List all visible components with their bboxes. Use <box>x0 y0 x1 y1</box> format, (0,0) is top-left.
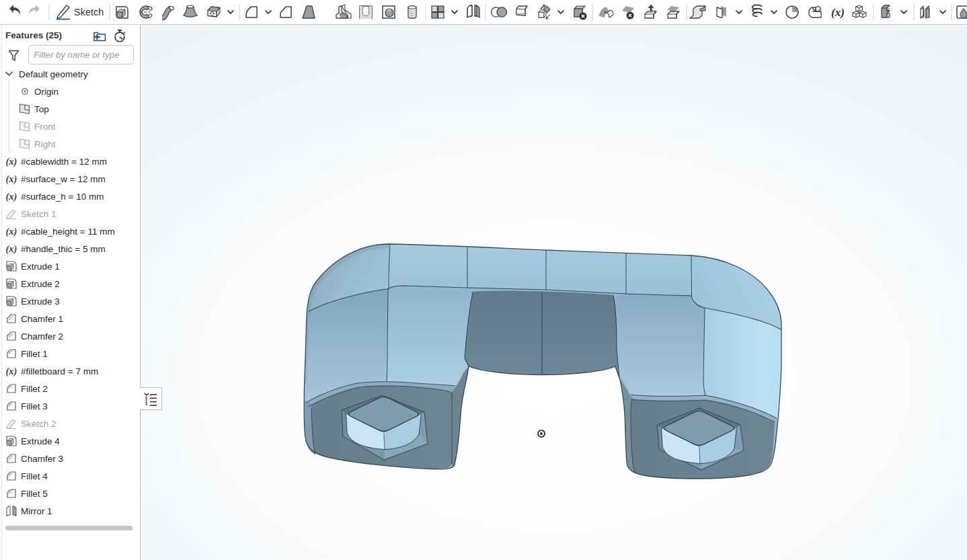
svg-text:(x): (x) <box>6 226 17 237</box>
svg-text:Right: Right <box>34 139 56 149</box>
svg-text:Front: Front <box>34 122 56 132</box>
svg-text:Features (25): Features (25) <box>5 30 62 40</box>
svg-text:Extrude 1: Extrude 1 <box>21 262 60 272</box>
svg-text:Fillet 1: Fillet 1 <box>21 349 48 359</box>
svg-text:Sketch: Sketch <box>74 7 104 17</box>
svg-text:#filletboard = 7 mm: #filletboard = 7 mm <box>21 366 98 376</box>
svg-text:#surface_w = 12 mm: #surface_w = 12 mm <box>21 174 106 184</box>
svg-text:Default geometry: Default geometry <box>19 69 88 79</box>
svg-text:#handle_thic = 5 mm: #handle_thic = 5 mm <box>21 244 106 254</box>
svg-text:Chamfer 2: Chamfer 2 <box>21 331 63 342</box>
svg-text:#surface_h = 10 mm: #surface_h = 10 mm <box>21 192 104 202</box>
svg-text:Fillet 2: Fillet 2 <box>21 384 48 394</box>
svg-text:Sketch 2: Sketch 2 <box>21 419 56 429</box>
svg-text:Sketch 1: Sketch 1 <box>21 209 56 219</box>
svg-text:(x): (x) <box>6 366 17 377</box>
svg-text:(x): (x) <box>6 173 17 185</box>
svg-text:#cable_height = 11 mm: #cable_height = 11 mm <box>21 227 115 237</box>
svg-text:(x): (x) <box>831 6 845 19</box>
svg-text:Fillet 5: Fillet 5 <box>21 489 48 499</box>
svg-text:Chamfer 3: Chamfer 3 <box>21 454 63 464</box>
svg-text:(x): (x) <box>6 156 17 167</box>
svg-text:Extrude 2: Extrude 2 <box>21 279 60 289</box>
svg-text:Extrude 4: Extrude 4 <box>21 436 60 446</box>
svg-text:Top: Top <box>34 104 49 114</box>
svg-text:Filter by name or type: Filter by name or type <box>34 50 120 60</box>
svg-text:Chamfer 1: Chamfer 1 <box>21 314 63 324</box>
svg-text:#cablewidth = 12 mm: #cablewidth = 12 mm <box>21 157 107 167</box>
svg-text:Origin: Origin <box>34 87 59 97</box>
svg-text:Mirror 1: Mirror 1 <box>21 506 52 516</box>
svg-text:(x): (x) <box>6 243 17 255</box>
svg-text:Extrude 3: Extrude 3 <box>21 296 60 307</box>
svg-text:Fillet 4: Fillet 4 <box>21 471 48 481</box>
svg-text:Fillet 3: Fillet 3 <box>21 401 48 411</box>
svg-text:(x): (x) <box>6 191 17 202</box>
